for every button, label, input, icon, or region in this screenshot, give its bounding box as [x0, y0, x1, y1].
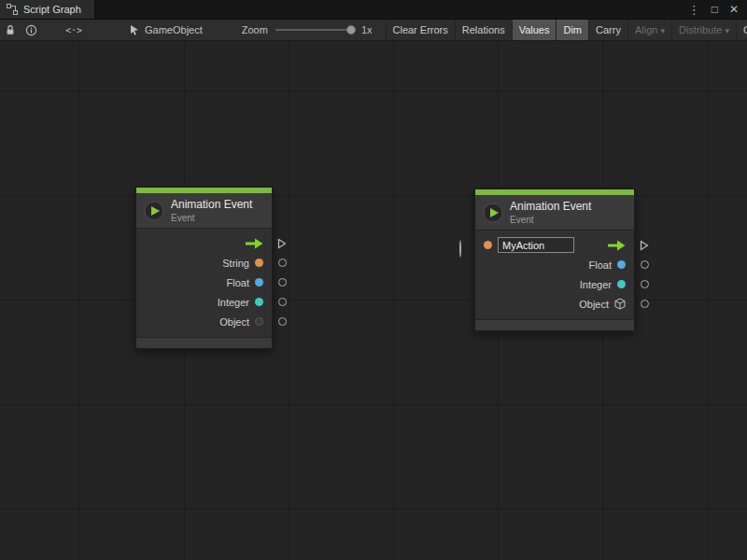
- object-output-port[interactable]: [640, 300, 649, 309]
- output-row-float: Float: [475, 255, 634, 274]
- port-label: Object: [219, 316, 249, 328]
- zoom-slider-handle[interactable]: [346, 25, 356, 35]
- output-row-integer: Integer: [136, 292, 272, 312]
- action-input-port[interactable]: [459, 241, 469, 250]
- port-label: String: [222, 258, 249, 269]
- action-name-field[interactable]: [498, 237, 574, 253]
- flow-output-port[interactable]: [640, 241, 649, 250]
- object-type-dot: [255, 317, 263, 326]
- float-type-dot: [255, 278, 263, 287]
- node-animation-event-2[interactable]: Animation Event Event: [474, 189, 635, 331]
- clear-errors-button[interactable]: Clear Errors: [386, 20, 455, 40]
- port-label: Object: [579, 299, 609, 310]
- node-animation-event-1[interactable]: Animation Event Event: [135, 187, 273, 349]
- relations-button[interactable]: Relations: [455, 20, 512, 40]
- output-row-string: String: [136, 253, 272, 273]
- gameobject-context-button[interactable]: GameObject: [129, 20, 203, 40]
- dim-toggle[interactable]: Dim: [556, 20, 588, 40]
- node-subtitle: Event: [171, 213, 252, 223]
- zoom-label: Zoom: [242, 20, 268, 40]
- string-type-dot: [484, 241, 492, 249]
- event-play-icon: [144, 201, 164, 221]
- node-footer: [475, 319, 634, 330]
- lock-button[interactable]: [0, 20, 21, 40]
- port-label: Integer: [580, 279, 612, 290]
- tab-script-graph[interactable]: Script Graph: [0, 0, 95, 19]
- node-subtitle: Event: [510, 215, 591, 225]
- node-titles: Animation Event Event: [171, 198, 252, 223]
- string-type-dot: [255, 259, 263, 267]
- node-body: String Float Integer Object: [136, 229, 272, 337]
- zoom-value: 1x: [361, 20, 373, 40]
- align-dropdown[interactable]: Align ▾: [627, 20, 671, 40]
- toolbar: <·> GameObject Zoom 1x Clear Errors Rela…: [0, 20, 747, 41]
- maximize-icon[interactable]: □: [712, 4, 718, 15]
- overview-button[interactable]: Overv: [736, 20, 747, 40]
- flow-arrow-icon: [607, 240, 626, 251]
- node-header[interactable]: Animation Event Event: [475, 195, 634, 231]
- flow-output-port[interactable]: [277, 239, 287, 248]
- integer-type-dot: [617, 280, 626, 288]
- output-row-object: Object: [475, 294, 634, 314]
- window-controls: ⋮ □ ✕: [688, 0, 747, 19]
- output-row-object: Object: [136, 312, 272, 331]
- chevron-down-icon: ▾: [660, 26, 665, 35]
- lock-icon: [5, 24, 16, 35]
- distribute-dropdown[interactable]: Distribute ▾: [671, 20, 736, 40]
- info-button[interactable]: [21, 20, 41, 40]
- node-title: Animation Event: [171, 198, 252, 211]
- toolbar-buttons: Clear Errors Relations Values Dim Carry …: [386, 20, 747, 40]
- port-label: Float: [227, 277, 249, 288]
- event-play-icon: [483, 203, 503, 223]
- output-row-float: Float: [136, 273, 272, 292]
- code-icon: <·>: [65, 25, 82, 35]
- flow-arrow-icon: [245, 238, 263, 249]
- close-icon[interactable]: ✕: [729, 4, 739, 15]
- info-icon: [25, 24, 37, 36]
- graph-canvas[interactable]: Animation Event Event: [0, 42, 747, 560]
- integer-output-port[interactable]: [640, 280, 649, 289]
- integer-type-dot: [255, 298, 263, 306]
- object-output-port[interactable]: [277, 317, 287, 327]
- titlebar: Script Graph ⋮ □ ✕: [0, 0, 747, 20]
- float-output-port[interactable]: [277, 278, 287, 287]
- script-graph-window: Script Graph ⋮ □ ✕ <·>: [0, 0, 747, 560]
- zoom-slider[interactable]: [275, 29, 356, 31]
- string-output-port[interactable]: [277, 259, 287, 268]
- tab-label: Script Graph: [23, 4, 81, 15]
- node-header[interactable]: Animation Event Event: [136, 193, 272, 229]
- gameobject-label: GameObject: [145, 24, 203, 35]
- node-title: Animation Event: [510, 200, 591, 213]
- integer-output-port[interactable]: [277, 298, 287, 307]
- flow-output-row: [136, 233, 272, 253]
- graph-icon: [7, 4, 18, 15]
- values-toggle[interactable]: Values: [512, 20, 557, 40]
- port-label: Float: [589, 259, 612, 271]
- window-menu-icon[interactable]: ⋮: [688, 4, 700, 16]
- gameobject-icon: [129, 24, 140, 35]
- node-titles: Animation Event Event: [510, 200, 591, 225]
- float-type-dot: [617, 260, 626, 269]
- chevron-down-icon: ▾: [725, 26, 729, 35]
- node-footer: [136, 337, 272, 348]
- output-row-integer: Integer: [475, 274, 634, 294]
- object-cube-icon: [614, 298, 626, 310]
- float-output-port[interactable]: [640, 260, 649, 270]
- code-view-button[interactable]: <·>: [63, 20, 84, 40]
- action-name-row: [475, 235, 634, 255]
- node-body: Float Integer Object: [475, 231, 634, 319]
- carry-toggle[interactable]: Carry: [588, 20, 627, 40]
- port-label: Integer: [218, 297, 249, 308]
